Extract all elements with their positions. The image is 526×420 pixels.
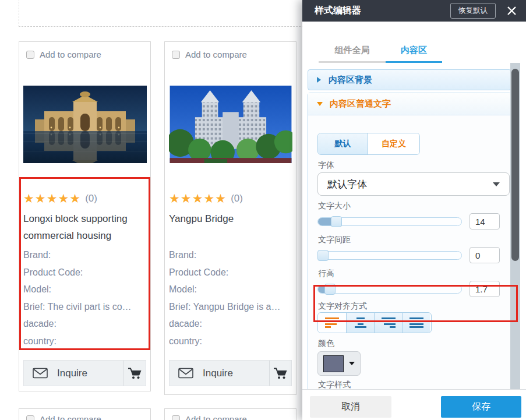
compare-row[interactable]: Add to compare: [172, 50, 296, 59]
product-card-1: Add to compare: [19, 41, 151, 391]
align-justify-icon: [409, 317, 423, 328]
compare-label[interactable]: Add to compare: [185, 50, 247, 59]
compare-checkbox[interactable]: [172, 51, 180, 59]
envelope-icon: [33, 368, 48, 379]
field-brand: Brand:: [23, 246, 146, 264]
rating-count: (0): [231, 193, 243, 204]
panel-scrollbar-thumb[interactable]: [511, 69, 519, 261]
mode-tab-custom[interactable]: 自定义: [368, 133, 419, 154]
tab-content-area[interactable]: 内容区: [386, 45, 442, 63]
cart-icon: [274, 368, 287, 379]
inquire-label: Inquire: [203, 368, 233, 379]
panel-body: 组件全局 内容区 内容区背景 内容区普通文字 默认 自定义 字体 默认字体: [302, 22, 526, 389]
product-title[interactable]: Longxi block supporting commercial housi…: [23, 210, 146, 244]
color-picker-button[interactable]: [317, 351, 361, 376]
align-justify-button[interactable]: [402, 313, 430, 333]
align-left-button[interactable]: [318, 313, 346, 333]
text-align-group: [317, 312, 432, 333]
product-title[interactable]: Yangpu Bridge: [169, 210, 292, 244]
star-rating-icons: ★★★★★: [169, 192, 227, 206]
cancel-button[interactable]: 取消: [310, 396, 391, 418]
compare-label[interactable]: Add to compare: [40, 414, 101, 420]
close-icon[interactable]: [507, 6, 517, 16]
field-model: Model:: [23, 281, 146, 298]
mode-tabs: 默认 自定义: [317, 133, 420, 155]
text-style-label: 文字样式: [318, 380, 511, 389]
collapsed-arrow-icon: [317, 77, 321, 83]
compare-row[interactable]: Add to compare: [26, 50, 150, 59]
product-image-day-building[interactable]: [169, 86, 292, 163]
inquire-button[interactable]: Inquire: [24, 361, 123, 386]
font-label: 字体: [318, 160, 511, 170]
product-fields: Brand: Product Code: Model: Brief: Yangp…: [169, 246, 292, 350]
section-header-normal-text[interactable]: 内容区普通文字: [308, 93, 511, 115]
compare-row[interactable]: Add to compare: [172, 414, 296, 420]
rating-count: (0): [85, 193, 97, 204]
align-right-button[interactable]: [374, 313, 402, 333]
line-height-label: 行高: [318, 269, 511, 278]
compare-checkbox[interactable]: [26, 51, 34, 59]
line-height-row: 1.7: [317, 281, 500, 297]
font-dropdown[interactable]: 默认字体: [317, 172, 510, 196]
font-size-input[interactable]: 14: [469, 213, 500, 230]
panel-footer: 取消 保存: [302, 389, 526, 420]
star-rating-icons: ★★★★★: [23, 192, 81, 206]
field-dacade: dacade:: [169, 315, 292, 333]
panel-tabs: 组件全局 内容区: [319, 45, 526, 63]
section-content-background[interactable]: 内容区背景: [308, 69, 511, 90]
mode-tab-default[interactable]: 默认: [318, 133, 368, 154]
slider-handle[interactable]: [331, 216, 342, 227]
add-to-cart-button[interactable]: [269, 361, 291, 386]
inquire-button[interactable]: Inquire: [170, 361, 269, 386]
panel-header: 样式编辑器 恢复默认: [302, 0, 526, 22]
compare-checkbox[interactable]: [26, 415, 34, 420]
inquire-label: Inquire: [57, 368, 87, 379]
letter-spacing-slider[interactable]: [317, 251, 462, 260]
font-size-slider[interactable]: [317, 217, 462, 226]
rating-row: ★★★★★ (0): [23, 192, 150, 206]
chevron-down-icon: [349, 362, 355, 365]
add-to-cart-button[interactable]: [123, 361, 146, 386]
slider-handle[interactable]: [317, 250, 329, 261]
product-card-4-partial: Add to compare: [164, 408, 296, 420]
align-center-button[interactable]: [346, 313, 374, 333]
expanded-arrow-icon: [317, 102, 323, 106]
panel-title: 样式编辑器: [315, 5, 450, 17]
letter-spacing-label: 文字间距: [318, 235, 511, 245]
tab-component-global[interactable]: 组件全局: [319, 45, 386, 63]
font-size-label: 文字大小: [318, 201, 511, 211]
field-product-code: Product Code:: [169, 264, 292, 281]
field-product-code: Product Code:: [23, 264, 146, 281]
product-card-2: Add to compare: [164, 41, 296, 395]
letter-spacing-row: 0: [317, 247, 500, 263]
chevron-down-icon: [493, 182, 500, 186]
page: Add to compare: [0, 0, 526, 420]
align-center-icon: [354, 317, 368, 328]
text-align-label: 文字对齐方式: [318, 301, 511, 311]
style-editor-panel: 样式编辑器 恢复默认 组件全局 内容区 内容区背景 内容区普通文字: [302, 0, 526, 420]
font-dropdown-value: 默认字体: [327, 178, 493, 191]
field-country: country:: [23, 333, 146, 350]
section-label: 内容区背景: [329, 75, 372, 86]
letter-spacing-input[interactable]: 0: [469, 247, 500, 263]
product-card-3-partial: Add to compare: [19, 408, 151, 420]
section-label: 内容区普通文字: [330, 98, 391, 110]
panel-scrollbar-track[interactable]: [510, 63, 520, 389]
compare-label[interactable]: Add to compare: [185, 414, 247, 420]
line-height-slider[interactable]: [317, 285, 462, 294]
color-label: 颜色: [318, 338, 511, 348]
section-content-normal-text: 内容区普通文字 默认 自定义 字体 默认字体 文字大小: [308, 93, 511, 389]
line-height-input[interactable]: 1.7: [469, 281, 500, 297]
restore-default-button[interactable]: 恢复默认: [450, 3, 496, 19]
font-size-row: 14: [317, 213, 500, 230]
align-left-icon: [325, 317, 339, 328]
compare-row[interactable]: Add to compare: [26, 414, 150, 420]
compare-label[interactable]: Add to compare: [40, 50, 101, 59]
slider-handle[interactable]: [324, 284, 336, 295]
cart-icon: [128, 368, 142, 379]
save-button[interactable]: 保存: [441, 396, 521, 418]
field-brief: Brief: The civil part is co…: [23, 298, 146, 316]
inquire-bar: Inquire: [169, 360, 292, 386]
product-image-night-building[interactable]: [23, 86, 147, 163]
compare-checkbox[interactable]: [172, 415, 180, 420]
